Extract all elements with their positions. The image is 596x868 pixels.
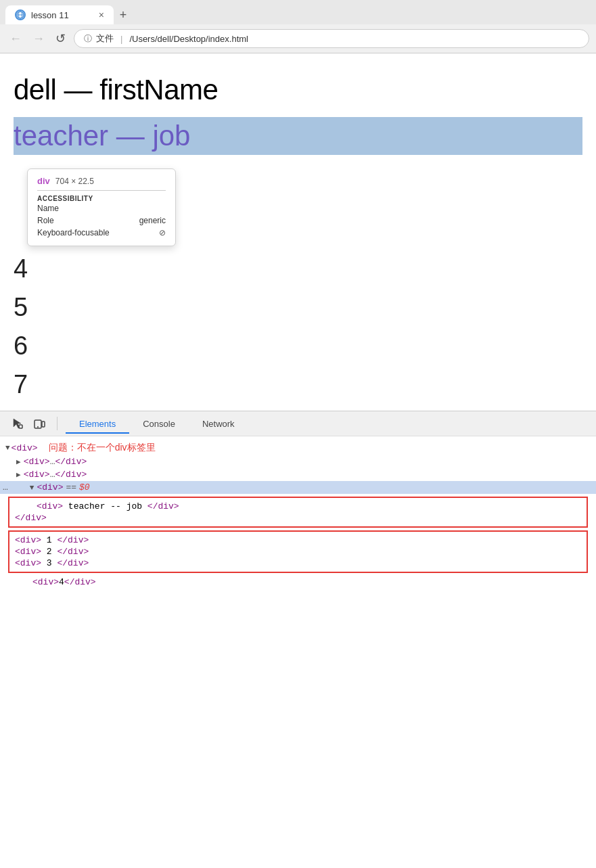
tooltip-row-role: Role generic: [37, 214, 166, 227]
address-path: /Users/dell/Desktop/index.html: [129, 34, 248, 44]
svg-rect-6: [42, 421, 45, 427]
devtools-body: ▼ <div> 问题：不在一个div标签里 ▶ <div> … </div> ▶…: [0, 436, 596, 593]
svg-rect-4: [19, 425, 22, 428]
red-box-1: <div> teacher -- job </div> </div>: [8, 497, 588, 528]
devtools-toolbar: Elements Console Network: [0, 411, 596, 436]
page-heading: dell — firstName: [14, 74, 582, 106]
red-box-2: <div> 1 </div> <div> 2 </div> <div> 3 </…: [8, 530, 588, 573]
info-icon: ⓘ: [84, 33, 92, 45]
page-content: dell — firstName teacher — job: [0, 53, 596, 168]
tab-elements[interactable]: Elements: [66, 415, 129, 433]
url-bar[interactable]: ⓘ 文件 | /Users/dell/Desktop/index.html: [74, 29, 589, 48]
tooltip-key-name: Name: [37, 204, 59, 213]
tree-line-div-1[interactable]: ▶ <div> … </div>: [11, 455, 596, 468]
tooltip-row-keyboard: Keyboard-focusable ⊘: [37, 227, 166, 239]
tab-network[interactable]: Network: [189, 415, 248, 433]
tooltip-val-role: generic: [139, 216, 166, 225]
inspect-element-button[interactable]: [8, 414, 27, 433]
tree-line-div-2[interactable]: ▶ <div> … </div>: [11, 468, 596, 481]
number-4: 4: [14, 250, 582, 288]
tab-console[interactable]: Console: [129, 415, 189, 433]
tooltip-key-keyboard: Keyboard-focusable: [37, 228, 110, 237]
tree-line-div-4[interactable]: <div> 4 </div>: [0, 576, 596, 589]
new-tab-button[interactable]: +: [114, 5, 133, 24]
toolbar-separator: [57, 417, 58, 430]
back-button[interactable]: ←: [7, 29, 24, 49]
tooltip-val-keyboard: ⊘: [159, 228, 166, 237]
number-7: 7: [14, 365, 582, 404]
annotation-text: 问题：不在一个div标签里: [49, 442, 156, 454]
forward-button[interactable]: →: [30, 29, 47, 49]
devtools-panel: Elements Console Network ▼ <div> 问题：不在一个…: [0, 411, 596, 593]
tree-line-div-root[interactable]: ▼ <div> 问题：不在一个div标签里: [0, 440, 596, 455]
devtools-tabs: Elements Console Network: [66, 415, 248, 433]
browser-chrome: lesson 11 × + ← → ↺ ⓘ 文件 | /Users/dell/D…: [0, 0, 596, 53]
tooltip-section-label: ACCESSIBILITY: [37, 195, 166, 202]
device-toggle-button[interactable]: [30, 414, 49, 433]
number-6: 6: [14, 327, 582, 365]
tooltip-row-name: Name: [37, 202, 166, 214]
tab-bar: lesson 11 × +: [0, 0, 596, 24]
highlighted-text: teacher — job: [14, 117, 582, 155]
dots-marker: …: [0, 482, 8, 493]
tree-line-selected[interactable]: … ▼ <div> == $0: [0, 481, 596, 494]
svg-marker-3: [14, 419, 21, 428]
tooltip-key-role: Role: [37, 216, 54, 225]
tooltip-size: 704 × 22.5: [55, 177, 94, 186]
tab-close-button[interactable]: ×: [99, 9, 104, 20]
refresh-button[interactable]: ↺: [53, 28, 68, 49]
tooltip-tag: div: [37, 176, 50, 186]
address-label: 文件: [96, 32, 114, 45]
accessibility-tooltip: div 704 × 22.5 ACCESSIBILITY Name Role g…: [27, 168, 176, 246]
address-bar: ← → ↺ ⓘ 文件 | /Users/dell/Desktop/index.h…: [0, 24, 596, 53]
dollar-zero: $0: [79, 482, 90, 493]
browser-tab[interactable]: lesson 11 ×: [5, 5, 114, 24]
page-numbers: 4 5 6 7: [0, 243, 596, 411]
tab-title: lesson 11: [31, 10, 93, 20]
address-separator: |: [120, 34, 122, 44]
tab-favicon: [15, 9, 26, 20]
number-5: 5: [14, 288, 582, 327]
